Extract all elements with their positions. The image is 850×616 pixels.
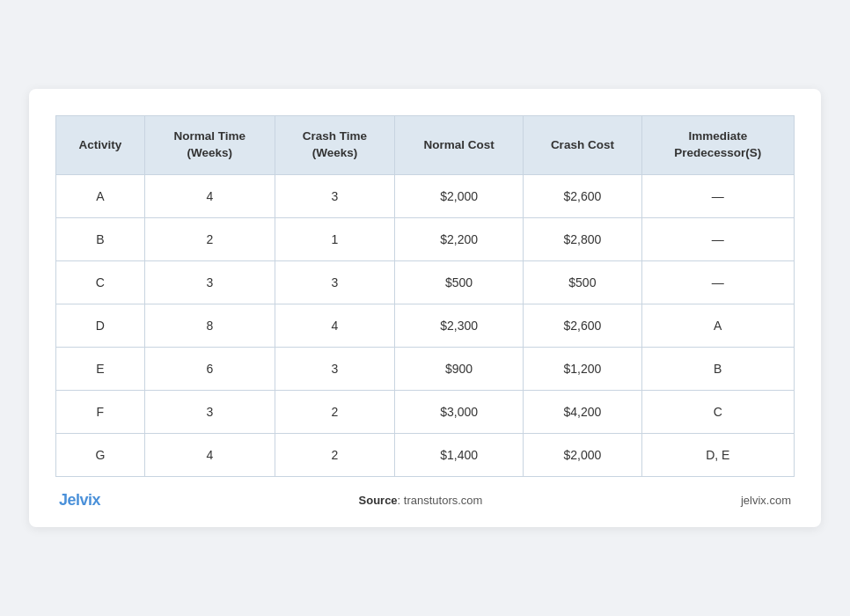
table-row: D84$2,300$2,600A — [56, 304, 795, 347]
brand-highlight: ix — [88, 491, 100, 509]
source-separator: : — [398, 494, 404, 507]
brand-text: Jelv — [59, 491, 88, 509]
cell-normal-cost: $900 — [394, 347, 523, 390]
cell-predecessor: — — [641, 174, 794, 217]
cell-normal-cost: $500 — [394, 260, 523, 304]
table-row: G42$1,400$2,000D, E — [56, 433, 795, 476]
cell-normal-cost: $1,400 — [394, 433, 523, 476]
header-predecessor: ImmediatePredecessor(S) — [641, 116, 794, 175]
cell-crash-time: 3 — [275, 260, 394, 304]
cell-normal-cost: $3,000 — [394, 390, 523, 433]
cell-crash-cost: $2,600 — [524, 304, 641, 347]
cell-crash-time: 4 — [275, 304, 394, 347]
cell-predecessor: A — [641, 304, 794, 347]
header-normal-cost: Normal Cost — [394, 116, 523, 175]
header-normal-time: Normal Time(Weeks) — [144, 116, 275, 175]
cell-crash-time: 3 — [275, 347, 394, 390]
cell-activity: B — [56, 217, 145, 260]
cell-crash-time: 3 — [275, 174, 394, 217]
main-container: Activity Normal Time(Weeks) Crash Time(W… — [29, 89, 821, 527]
header-activity: Activity — [56, 116, 145, 175]
cell-predecessor: C — [641, 390, 794, 433]
source-label: Source — [359, 494, 398, 507]
cell-activity: C — [56, 260, 145, 304]
cell-activity: F — [56, 390, 145, 433]
cell-normal-time: 8 — [144, 304, 275, 347]
cell-normal-time: 4 — [144, 433, 275, 476]
footer: Jelvix Source: transtutors.com jelvix.co… — [55, 491, 795, 510]
cell-normal-time: 2 — [144, 217, 275, 260]
cell-predecessor: D, E — [641, 433, 794, 476]
cell-crash-cost: $500 — [524, 260, 641, 304]
cell-predecessor: — — [641, 260, 794, 304]
brand-logo: Jelvix — [59, 491, 100, 510]
table-row: B21$2,200$2,800— — [56, 217, 795, 260]
cell-normal-cost: $2,200 — [394, 217, 523, 260]
table-header-row: Activity Normal Time(Weeks) Crash Time(W… — [56, 116, 795, 175]
cell-crash-cost: $4,200 — [524, 390, 641, 433]
table-row: C33$500$500— — [56, 260, 795, 304]
cell-predecessor: — — [641, 217, 794, 260]
cell-predecessor: B — [641, 347, 794, 390]
table-wrapper: Activity Normal Time(Weeks) Crash Time(W… — [55, 115, 795, 477]
cell-normal-cost: $2,000 — [394, 174, 523, 217]
table-row: A43$2,000$2,600— — [56, 174, 795, 217]
cell-normal-cost: $2,300 — [394, 304, 523, 347]
cell-crash-time: 2 — [275, 433, 394, 476]
cell-normal-time: 3 — [144, 260, 275, 304]
company-url: jelvix.com — [741, 494, 791, 507]
table-row: F32$3,000$4,200C — [56, 390, 795, 433]
cell-crash-cost: $2,800 — [524, 217, 641, 260]
cell-activity: D — [56, 304, 145, 347]
source-url: transtutors.com — [404, 494, 483, 507]
cell-normal-time: 3 — [144, 390, 275, 433]
cell-normal-time: 4 — [144, 174, 275, 217]
activity-table: Activity Normal Time(Weeks) Crash Time(W… — [55, 115, 795, 477]
header-crash-time: Crash Time(Weeks) — [275, 116, 394, 175]
cell-normal-time: 6 — [144, 347, 275, 390]
cell-activity: A — [56, 174, 145, 217]
cell-crash-cost: $1,200 — [524, 347, 641, 390]
cell-crash-cost: $2,000 — [524, 433, 641, 476]
header-crash-cost: Crash Cost — [524, 116, 641, 175]
cell-crash-time: 1 — [275, 217, 394, 260]
cell-activity: E — [56, 347, 145, 390]
table-row: E63$900$1,200B — [56, 347, 795, 390]
source-citation: Source: transtutors.com — [359, 494, 483, 507]
cell-activity: G — [56, 433, 145, 476]
cell-crash-time: 2 — [275, 390, 394, 433]
cell-crash-cost: $2,600 — [524, 174, 641, 217]
